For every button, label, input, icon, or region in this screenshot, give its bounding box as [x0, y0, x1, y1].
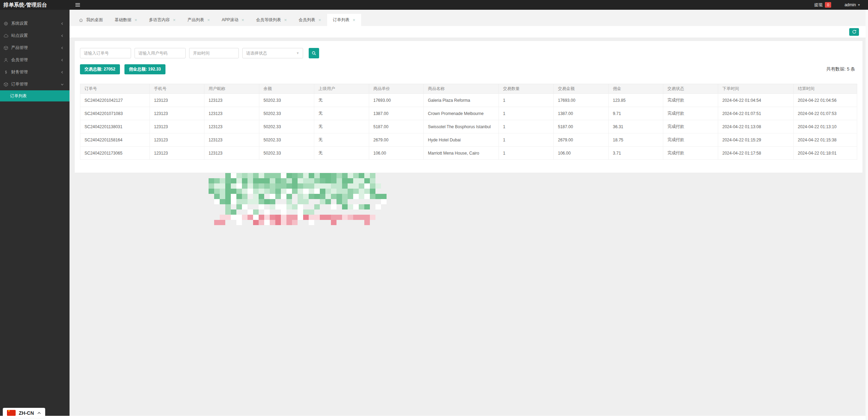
user-icon — [3, 58, 8, 63]
status-select[interactable]: 请选择状态 ▼ — [242, 48, 303, 58]
tab-label: 会员列表 — [299, 17, 315, 23]
table-cell: 无 — [314, 147, 369, 160]
user-number-input[interactable] — [135, 48, 186, 58]
sidebar-item-系统设置[interactable]: 系统设置 — [0, 17, 70, 30]
table-cell: 50202.33 — [259, 147, 314, 160]
tab-会员列表[interactable]: 会员列表× — [293, 14, 327, 26]
hamburger-menu-icon[interactable] — [72, 0, 83, 10]
tab-label: 基础数据 — [115, 17, 131, 23]
start-time-input[interactable] — [189, 48, 239, 58]
username: admin — [844, 2, 856, 7]
sidebar-item-产品管理[interactable]: 产品管理 — [0, 42, 70, 54]
table-cell: 2024-04-22 01:17:58 — [718, 147, 794, 160]
sidebar-item-财务管理[interactable]: 财务管理 — [0, 66, 70, 78]
table-cell: 17693.00 — [554, 94, 609, 107]
table-cell: 完成付款 — [663, 147, 718, 160]
search-button[interactable] — [309, 48, 319, 58]
sidebar-subitem-订单列表[interactable]: 订单列表 — [0, 90, 70, 101]
language-selector[interactable]: ★ ZH-CN — [3, 408, 45, 418]
table-cell: 18.75 — [609, 133, 663, 147]
column-header: 下单时间 — [718, 84, 794, 94]
table-cell: 9.71 — [609, 107, 663, 120]
chevron-left-icon — [60, 34, 64, 38]
tab-基础数据[interactable]: 基础数据× — [109, 14, 143, 26]
table-cell: Galeria Plaza Reforma — [424, 94, 499, 107]
table-cell: 123123 — [204, 107, 259, 120]
gear-icon — [3, 21, 8, 26]
tab-多语言内容[interactable]: 多语言内容× — [143, 14, 182, 26]
tab-close-icon[interactable]: × — [173, 18, 176, 22]
sidebar-item-站点设置[interactable]: 站点设置 — [0, 30, 70, 42]
table-cell: 1387.00 — [554, 107, 609, 120]
table-cell: 完成付款 — [663, 120, 718, 133]
box-icon — [3, 82, 8, 87]
column-header: 结算时间 — [794, 84, 857, 94]
cn-flag-icon: ★ — [7, 410, 16, 416]
table-cell: 1 — [499, 107, 554, 120]
table-cell: 2024-04-22 01:15:38 — [794, 133, 857, 147]
tab-close-icon[interactable]: × — [284, 18, 287, 22]
refresh-icon — [852, 30, 857, 34]
table-cell: 无 — [314, 120, 369, 133]
summary-row: 交易总额: 27052 佣金总额: 192.33 共有数据: 5 条 — [80, 65, 857, 74]
table-head: 订单号手机号用户昵称余额上级用户商品单价商品名称交易数量交易金额佣金交易状态下单… — [80, 84, 857, 94]
tab-我的桌面[interactable]: 我的桌面 — [73, 14, 109, 26]
withdraw-count-badge: 0 — [825, 2, 831, 8]
order-list-card: 请选择状态 ▼ 交易总额: 27052 佣金总额: 192.33 共有数据: 5… — [75, 41, 862, 173]
tab-close-icon[interactable]: × — [207, 18, 210, 22]
horizontal-scrollbar[interactable] — [0, 416, 868, 420]
withdraw-link[interactable]: 提现 0 — [814, 2, 831, 8]
tab-close-icon[interactable]: × — [135, 18, 137, 22]
topbar: 排单系统-管理后台 提现 0 admin ▼ — [0, 0, 868, 10]
filter-row: 请选择状态 ▼ — [80, 48, 857, 58]
tab-产品列表[interactable]: 产品列表× — [181, 14, 216, 26]
language-code: ZH-CN — [19, 410, 34, 416]
tab-APP滚动[interactable]: APP滚动× — [216, 14, 250, 26]
sidebar-item-订单管理[interactable]: 订单管理 — [0, 78, 70, 90]
tab-close-icon[interactable]: × — [242, 18, 244, 22]
table-cell: 3.71 — [609, 147, 663, 160]
column-header: 手机号 — [150, 84, 204, 94]
sidebar-item-label: 订单管理 — [11, 81, 60, 87]
orders-table: 订单号手机号用户昵称余额上级用户商品单价商品名称交易数量交易金额佣金交易状态下单… — [80, 84, 857, 160]
vertical-scrollbar[interactable] — [866, 10, 868, 420]
table-cell: 1 — [499, 133, 554, 147]
status-select-value: 请选择状态 — [246, 50, 296, 56]
table-cell: 106.00 — [369, 147, 424, 160]
table-cell: 1387.00 — [369, 107, 424, 120]
app-title: 排单系统-管理后台 — [0, 2, 69, 8]
cloud-icon — [3, 33, 8, 38]
chevron-left-icon — [60, 46, 64, 50]
chevron-up-icon — [37, 412, 41, 414]
column-header: 商品名称 — [424, 84, 499, 94]
tab-close-icon[interactable]: × — [318, 18, 321, 22]
table-cell: 1 — [499, 120, 554, 133]
trade-total-badge: 交易总额: 27052 — [80, 64, 120, 74]
table-cell: Swissotel The Bosphorus Istanbul — [424, 120, 499, 133]
table-cell: SC24042201042127 — [80, 94, 150, 107]
user-menu[interactable]: admin ▼ — [844, 2, 860, 7]
order-number-input[interactable] — [80, 48, 131, 58]
tab-label: 会员等级列表 — [256, 17, 281, 23]
column-header: 余额 — [259, 84, 314, 94]
tab-会员等级列表[interactable]: 会员等级列表× — [250, 14, 293, 26]
table-cell: Marriott Mena House, Cairo — [424, 147, 499, 160]
table-row: SC2404220107108312312312312350202.33无138… — [80, 107, 857, 120]
chevron-down-icon: ▼ — [858, 3, 860, 7]
chevron-down-icon: ▼ — [296, 51, 299, 55]
tab-bar: 我的桌面基础数据×多语言内容×产品列表×APP滚动×会员等级列表×会员列表×订单… — [70, 10, 868, 26]
home-icon — [79, 18, 83, 22]
search-icon — [311, 51, 316, 56]
withdraw-label: 提现 — [814, 2, 822, 8]
column-header: 佣金 — [609, 84, 663, 94]
tab-订单列表[interactable]: 订单列表× — [327, 14, 362, 26]
table-cell: 50202.33 — [259, 107, 314, 120]
sidebar-item-会员管理[interactable]: 会员管理 — [0, 54, 70, 66]
main-content: 请选择状态 ▼ 交易总额: 27052 佣金总额: 192.33 共有数据: 5… — [70, 38, 868, 420]
table-cell: 123123 — [204, 94, 259, 107]
sidebar-item-label: 会员管理 — [11, 57, 60, 63]
tab-close-icon[interactable]: × — [353, 18, 356, 22]
table-cell: 2024-04-22 01:07:53 — [794, 107, 857, 120]
tab-label: 多语言内容 — [149, 17, 170, 23]
refresh-button[interactable] — [849, 28, 859, 36]
